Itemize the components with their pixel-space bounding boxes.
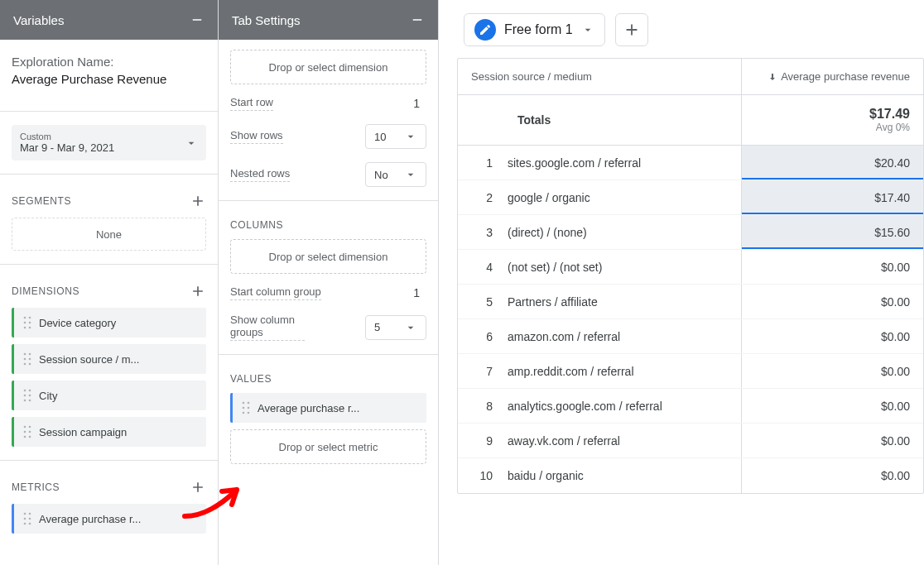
drag-handle-icon <box>22 352 32 366</box>
row-metric: $20.40 <box>741 146 923 180</box>
segments-none[interactable]: None <box>12 218 206 251</box>
table-row[interactable]: 5Partners / affiliate$0.00 <box>458 285 923 319</box>
row-dimension: amp.reddit.com / referral <box>508 365 634 378</box>
svg-point-29 <box>24 523 26 525</box>
svg-point-35 <box>248 407 250 409</box>
row-metric: $0.00 <box>741 389 923 423</box>
row-index: 9 <box>458 434 508 448</box>
table-row[interactable]: 2google / organic$17.40 <box>458 180 923 215</box>
columns-dropzone[interactable]: Drop or select dimension <box>230 239 426 274</box>
svg-point-26 <box>29 513 31 515</box>
start-column-value[interactable]: 1 <box>407 286 426 299</box>
metrics-section-header: METRICS <box>12 474 206 504</box>
svg-point-15 <box>24 395 26 397</box>
show-column-groups-select[interactable]: 5 <box>365 315 426 340</box>
table-row[interactable]: 9away.vk.com / referral$0.00 <box>458 424 923 458</box>
row-metric: $15.60 <box>741 215 923 249</box>
report-tab[interactable]: Free form 1 <box>464 13 605 46</box>
dimensions-section-header: DIMENSIONS <box>12 278 206 308</box>
svg-point-19 <box>24 426 26 429</box>
table-row[interactable]: 6amazon.com / referral$0.00 <box>458 319 923 354</box>
drag-handle-icon <box>241 400 251 415</box>
svg-point-34 <box>243 407 245 409</box>
svg-point-28 <box>29 518 31 520</box>
values-dropzone[interactable]: Drop or select metric <box>230 429 426 464</box>
row-dimension: baidu / organic <box>508 469 584 482</box>
row-dimension: Partners / affiliate <box>508 295 598 309</box>
table-row[interactable]: 1sites.google.com / referral$20.40 <box>458 146 923 180</box>
svg-point-27 <box>24 518 26 520</box>
rows-dropzone[interactable]: Drop or select dimension <box>230 50 426 84</box>
row-dimension: (not set) / (not set) <box>508 261 602 274</box>
start-row-value[interactable]: 1 <box>407 97 426 110</box>
date-range-picker[interactable]: Custom Mar 9 - Mar 9, 2021 <box>12 125 206 160</box>
row-index: 4 <box>458 261 508 274</box>
svg-point-37 <box>248 412 250 414</box>
svg-point-20 <box>29 426 31 429</box>
table-row[interactable]: 8analytics.google.com / referral$0.00 <box>458 389 923 424</box>
collapse-tab-settings-icon[interactable] <box>410 12 425 27</box>
row-dimension: sites.google.com / referral <box>508 156 641 170</box>
table-row[interactable]: 4(not set) / (not set)$0.00 <box>458 250 923 285</box>
svg-point-3 <box>24 322 26 324</box>
svg-point-8 <box>29 353 31 356</box>
svg-point-6 <box>29 327 31 329</box>
svg-point-14 <box>29 390 31 392</box>
svg-point-11 <box>24 363 26 366</box>
dimension-chip[interactable]: Device category <box>12 308 206 338</box>
row-index: 3 <box>458 226 508 239</box>
row-metric: $0.00 <box>741 319 923 353</box>
caret-down-icon <box>404 321 417 334</box>
nested-rows-label: Nested rows <box>230 167 290 182</box>
svg-point-7 <box>24 353 26 356</box>
totals-sub: Avg 0% <box>755 122 910 133</box>
svg-point-4 <box>29 322 31 324</box>
add-metric-button[interactable] <box>190 479 206 496</box>
svg-point-9 <box>24 358 26 361</box>
svg-point-5 <box>24 327 26 329</box>
caret-down-icon <box>581 23 594 36</box>
row-index: 6 <box>458 330 508 343</box>
totals-row: Totals $17.49 Avg 0% <box>458 95 923 146</box>
add-segment-button[interactable] <box>190 193 206 209</box>
svg-point-21 <box>24 431 26 433</box>
table-row[interactable]: 3(direct) / (none)$15.60 <box>458 215 923 250</box>
start-column-label: Start column group <box>230 285 321 300</box>
row-index: 8 <box>458 400 508 413</box>
dimension-chip-label: Session source / m... <box>39 353 139 366</box>
svg-point-32 <box>243 402 245 405</box>
dimension-chip[interactable]: Session source / m... <box>12 344 206 374</box>
svg-point-12 <box>29 363 31 366</box>
svg-point-33 <box>248 402 250 405</box>
svg-point-2 <box>29 317 31 319</box>
report-panel: Free form 1 Session source / medium Aver… <box>439 0 924 565</box>
add-tab-button[interactable] <box>615 13 648 46</box>
values-chip[interactable]: Average purchase r... <box>230 393 426 423</box>
show-rows-select[interactable]: 10 <box>365 124 426 149</box>
add-dimension-button[interactable] <box>190 283 206 299</box>
metric-column-header[interactable]: Average purchase revenue <box>741 59 923 94</box>
segments-section-header: SEGMENTS <box>12 188 206 218</box>
row-index: 2 <box>458 191 508 204</box>
collapse-variables-icon[interactable] <box>190 12 205 27</box>
exploration-name-value[interactable]: Average Purchase Revenue <box>12 69 206 98</box>
dimension-chip[interactable]: City <box>12 381 206 410</box>
totals-label: Totals <box>458 95 741 145</box>
dimension-column-header[interactable]: Session source / medium <box>458 59 741 94</box>
show-rows-label: Show rows <box>230 129 283 144</box>
columns-section-header: COLUMNS <box>230 214 426 239</box>
dimension-chip-label: City <box>39 390 57 402</box>
row-dimension: google / organic <box>508 191 590 204</box>
nested-rows-select[interactable]: No <box>365 162 426 187</box>
row-metric: $0.00 <box>741 424 923 457</box>
metric-chip[interactable]: Average purchase r... <box>12 504 206 534</box>
start-row-label: Start row <box>230 96 273 111</box>
variables-title: Variables <box>13 13 64 27</box>
table-row[interactable]: 10baidu / organic$0.00 <box>458 458 923 493</box>
dimension-chip[interactable]: Session campaign <box>12 417 206 447</box>
drag-handle-icon <box>22 315 32 330</box>
row-metric: $0.00 <box>741 458 923 493</box>
tab-settings-header: Tab Settings <box>219 0 438 40</box>
date-badge: Custom <box>20 132 114 141</box>
table-row[interactable]: 7amp.reddit.com / referral$0.00 <box>458 354 923 389</box>
